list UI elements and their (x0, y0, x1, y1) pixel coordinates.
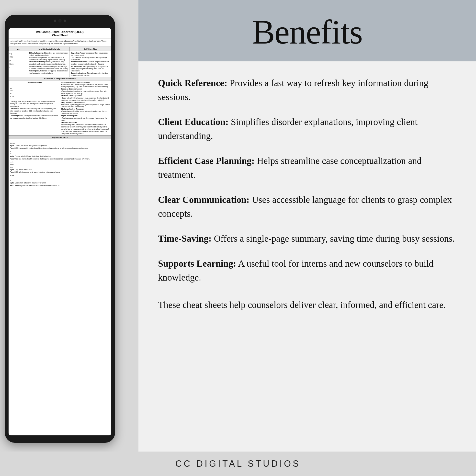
self-care-1: Stay active: Regular exercise can help r… (71, 52, 110, 56)
erp-celebrate-title: Celebrate Successes: (61, 121, 110, 123)
myth-3-myth: Myth: Only adults have OCD. (10, 169, 110, 171)
intro-text: a mental health condition involving repe… (11, 40, 106, 45)
erp-delay-title: Delay and Reduce Compulsions: (61, 101, 110, 103)
myth-left-2: elfthat (10, 150, 110, 155)
daily-life-col: Difficulty focusing: Obsessions and comp… (28, 51, 70, 77)
cheat-sheet-title: ive Compulsive Disorder (OCD) (11, 30, 109, 34)
erp-celebrate-text: • Acknowledge each step to build confide… (61, 123, 110, 135)
benefit-item-1: Quick Reference: Provides a fast way to … (158, 76, 457, 104)
treatment-col: Treatment Options : out helps he ps you … (9, 81, 60, 135)
self-care-2: Limit caffeine: Reducing caffeine can he… (71, 56, 110, 61)
benefit-closing: These cheat sheets help counselors deliv… (158, 298, 457, 312)
daily-text-1: Difficulty focusing: Obsessions and comp… (29, 52, 68, 56)
column-headers: ns How It Affects Daily Life Self-Care T… (9, 47, 111, 51)
abbrev-2: cking (10, 55, 27, 59)
myths-header: Myths and Facts (9, 136, 111, 139)
self-care-4: Set boundaries: Recognize that your thou… (71, 65, 110, 72)
benefit-item-4: Clear Communication: Uses accessible lan… (158, 193, 457, 221)
benefit-label-5: Time-Saving: (158, 233, 212, 244)
myths-content: rshamed Myth: OCD is just about being ne… (9, 139, 111, 187)
benefit-label-4: Clear Communication: (158, 194, 250, 205)
treatment-erp-grid: Treatment Options : out helps he ps you … (9, 81, 111, 136)
myth-4-fact: Fact: Therapy, particularly ERP, is an e… (10, 185, 110, 187)
tablet-frame: ive Compulsive Disorder (OCD) Cheat Shee… (5, 15, 115, 443)
myth-1-fact: Fact: OCD involves distressing thoughts … (10, 147, 110, 150)
benefit-text-5: Offers a single-page summary, saving tim… (212, 233, 455, 244)
self-care-5: Connect with others: Talking to supporti… (71, 72, 110, 76)
benefit-item-2: Client Education: Simplifies disorder ex… (158, 115, 457, 143)
tablet-dot-1 (54, 19, 56, 22)
erp-small-text: • Begin with a low-level exposure (e.g.,… (61, 97, 110, 101)
myth-left-4: he fear,to (10, 174, 110, 182)
erp-col: Identify Obsessions and Compulsions: • L… (60, 81, 111, 135)
benefits-header: Benefits (138, 0, 476, 61)
erp-delay-text: • Each time, try to delay performing the… (61, 103, 110, 108)
tablet-camera-bar (54, 19, 66, 22)
erp-small-title: Start with Small Exposures: (61, 95, 110, 97)
erp-repeat-text: • Practice each exposure until anxiety r… (61, 117, 110, 121)
abbrev-1: e.g., (10, 52, 27, 55)
myths-section: Myths and Facts rshamed Myth: OCD is jus… (9, 136, 111, 187)
col3-header: Self-Care Tips (70, 47, 111, 51)
erp-repeat-title: Repeat and Progress: (61, 115, 110, 117)
abbrev-4: hbers (10, 62, 27, 66)
erp-identify: Identify Obsessions and Compulsions: (61, 81, 110, 84)
tablet-container: ive Compulsive Disorder (OCD) Cheat Shee… (0, 10, 118, 450)
tablet-screen: ive Compulsive Disorder (OCD) Cheat Shee… (9, 28, 111, 435)
benefit-item-5: Time-Saving: Offers a single-page summar… (158, 232, 457, 246)
self-care-3: Practice mindfulness: Focus on the prese… (71, 61, 110, 65)
treatment-abbrev-left: : out helps he ps you s (10, 85, 58, 100)
benefits-content: Quick Reference: Provides a fast way to … (138, 61, 476, 476)
benefits-title: Benefits (158, 12, 457, 51)
abbrev-col: e.g., cking gs hbers t (9, 51, 28, 77)
cheat-sheet-header: ive Compulsive Disorder (OCD) Cheat Shee… (9, 28, 111, 38)
myth-2-myth: Myth: People with OCD can "just stop" th… (10, 155, 110, 158)
abbrev-3: gs (10, 59, 27, 62)
myth-3-fact: Fact: OCD affects people of all ages, in… (10, 171, 110, 174)
daily-text-3: Strain on relationships: Family and frie… (29, 61, 68, 65)
myth-1-myth: Myth: OCD is just about being neat or or… (10, 144, 110, 147)
erp-ladder-title: Create an Exposure Ladder: (61, 88, 110, 90)
cheat-sheet-subtitle: Cheat Sheet (11, 34, 109, 37)
tablet-dot-2 (64, 19, 66, 22)
benefit-label-6: Supports Learning: (158, 258, 236, 269)
myth-left-3: onateel thissteps (10, 161, 110, 169)
abbrev-5: t (10, 66, 27, 69)
benefit-item-3: Efficient Case Planning: Helps streamlin… (158, 154, 457, 182)
treatment-text: • Therapy: ERP, a specialized form of CB… (10, 100, 58, 119)
erp-challenge-title: Challenge Anxious Thoughts: (61, 108, 110, 110)
tablet-camera (58, 19, 62, 22)
benefits-container: Benefits Quick Reference: Provides a fas… (138, 0, 476, 476)
self-care-col: Stay active: Regular exercise can help r… (70, 51, 111, 77)
benefit-item-6: Supports Learning: A useful tool for int… (158, 256, 457, 285)
daily-selfcare-grid: e.g., cking gs hbers t Difficulty focusi… (9, 51, 111, 77)
footer: CC DIGITAL STUDIOS (0, 452, 476, 476)
daily-text-5: Avoiding activities: Fear of triggering … (29, 70, 68, 74)
myth-2-fact: Fact: OCD is a mental health condition t… (10, 158, 110, 160)
erp-header: Exposure & Response Prevention (9, 77, 111, 81)
myth-4-myth: Myth: Medication is the only treatment f… (10, 182, 110, 185)
col2-header: How It Affects Daily Life (28, 47, 70, 51)
benefit-label-2: Client Education: (158, 117, 228, 127)
col1-header: ns (9, 47, 28, 51)
erp-challenge-text: • Remind yourself that the feared outcom… (61, 110, 110, 115)
benefit-label-1: Quick Reference: (158, 78, 227, 88)
cheat-sheet-intro: a mental health condition involving repe… (9, 38, 111, 47)
footer-text: CC DIGITAL STUDIOS (175, 459, 301, 469)
benefit-label-3: Efficient Case Planning: (158, 155, 255, 166)
erp-identify-text: • List specific fears (obsessions) and b… (61, 84, 110, 88)
treatment-header: Treatment Options (10, 81, 58, 84)
daily-text-2: Time-consuming rituals: Repeated behavio… (29, 56, 68, 61)
erp-ladder-text: • Rank situations from least to most anx… (61, 90, 110, 94)
myth-left-abbrev: rshamed (10, 140, 110, 144)
daily-text-4: Increased anxiety: Obsessive thoughts an… (29, 65, 68, 70)
